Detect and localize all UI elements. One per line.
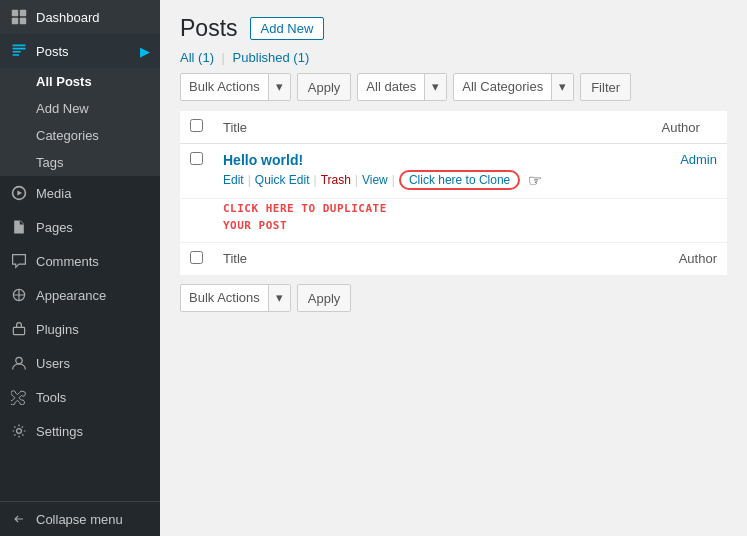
sidebar-item-posts-label: Posts [36,44,69,59]
post-title-link[interactable]: Hello world! [223,152,642,168]
page-title: Posts [180,15,238,42]
filter-button[interactable]: Filter [580,73,631,101]
annotation-text-cell: CLICK HERE TO DUPLICATE YOUR POST [213,199,652,243]
edit-link[interactable]: Edit [223,173,244,187]
dashboard-icon [10,8,28,26]
bulk-actions-top-label: Bulk Actions [181,73,268,101]
sidebar-subitem-all-posts[interactable]: All Posts [0,68,160,95]
sidebar: Dashboard Posts ▶ All Posts Add New Cate… [0,0,160,536]
categories-select[interactable]: All Categories ▾ [453,73,574,101]
dates-select[interactable]: All dates ▾ [357,73,447,101]
dates-label: All dates [358,73,424,101]
main-content: Posts Add New All (1) | Published (1) Bu… [160,0,747,536]
header-title-col: Title [213,111,652,144]
row-checkbox-cell [180,144,213,199]
sidebar-subitem-categories[interactable]: Categories [0,122,160,149]
row-actions: Edit | Quick Edit | Trash | View | Click… [223,170,642,190]
sidebar-item-pages[interactable]: Pages [0,210,160,244]
action-sep-3: | [355,173,358,187]
sidebar-subitem-tags[interactable]: Tags [0,149,160,176]
cursor-hand-icon: ☞ [528,171,542,190]
apply-bottom-button[interactable]: Apply [297,284,352,312]
bulk-actions-bottom-arrow[interactable]: ▾ [268,284,290,312]
tools-icon [10,388,28,406]
annotation-author-cell [652,199,727,243]
all-posts-link[interactable]: All (1) [180,50,218,65]
row-author-cell: Admin [652,144,727,199]
sidebar-item-posts[interactable]: Posts ▶ [0,34,160,68]
footer-checkbox-cell [180,243,213,276]
view-link[interactable]: View [362,173,388,187]
svg-point-9 [17,429,22,434]
quick-edit-link[interactable]: Quick Edit [255,173,310,187]
add-new-button[interactable]: Add New [250,17,325,40]
sidebar-item-pages-label: Pages [36,220,73,235]
collapse-menu-label: Collapse menu [36,512,123,527]
sidebar-item-users[interactable]: Users [0,346,160,380]
published-posts-link[interactable]: Published (1) [233,50,310,65]
action-sep-4: | [392,173,395,187]
users-icon [10,354,28,372]
footer-row-checkbox[interactable] [190,251,203,264]
header-checkbox-col [180,111,213,144]
sidebar-item-plugins[interactable]: Plugins [0,312,160,346]
svg-rect-2 [12,18,18,24]
top-toolbar: Bulk Actions ▾ Apply All dates ▾ All Cat… [180,73,727,101]
footer-title-cell: Title [213,243,652,276]
svg-rect-7 [13,327,24,334]
categories-label: All Categories [454,73,551,101]
collapse-icon [10,510,28,528]
sidebar-item-appearance[interactable]: Appearance [0,278,160,312]
svg-rect-1 [20,10,26,16]
dates-arrow[interactable]: ▾ [424,73,446,101]
sidebar-item-comments[interactable]: Comments [0,244,160,278]
table-row: Hello world! Edit | Quick Edit | Trash |… [180,144,727,199]
sidebar-item-media[interactable]: Media [0,176,160,210]
author-link[interactable]: Admin [680,152,717,167]
sidebar-item-users-label: Users [36,356,70,371]
action-sep-2: | [314,173,317,187]
sidebar-item-tools-label: Tools [36,390,66,405]
categories-arrow[interactable]: ▾ [551,73,573,101]
sidebar-subitem-add-new[interactable]: Add New [0,95,160,122]
sidebar-item-dashboard[interactable]: Dashboard [0,0,160,34]
sidebar-bottom: Collapse menu [0,501,160,536]
sublinks-sep: | [222,50,225,65]
sidebar-submenu-posts: All Posts Add New Categories Tags [0,68,160,176]
select-all-checkbox[interactable] [190,119,203,132]
sidebar-item-settings[interactable]: Settings [0,414,160,448]
annotation-text: CLICK HERE TO DUPLICATE YOUR POST [223,201,642,234]
bulk-actions-bottom-label: Bulk Actions [181,284,268,312]
collapse-menu-item[interactable]: Collapse menu [0,502,160,536]
bulk-actions-top-select[interactable]: Bulk Actions ▾ [180,73,291,101]
clone-button[interactable]: Click here to Clone [399,170,520,190]
plugins-icon [10,320,28,338]
posts-table: Title Author Hello world! Edit | Quic [180,111,727,276]
table-header-row: Title Author [180,111,727,144]
sublinks: All (1) | Published (1) [180,50,727,65]
sidebar-item-media-label: Media [36,186,71,201]
sidebar-item-settings-label: Settings [36,424,83,439]
svg-marker-5 [17,191,22,196]
row-checkbox[interactable] [190,152,203,165]
annotation-checkbox-cell [180,199,213,243]
pages-icon [10,218,28,236]
settings-icon [10,422,28,440]
posts-arrow: ▶ [140,44,150,59]
svg-rect-3 [20,18,26,24]
sidebar-item-comments-label: Comments [36,254,99,269]
action-sep-1: | [248,173,251,187]
bottom-toolbar: Bulk Actions ▾ Apply [180,284,727,312]
header-author-col: Author [652,111,727,144]
footer-author-cell: Author [652,243,727,276]
sidebar-item-tools[interactable]: Tools [0,380,160,414]
appearance-icon [10,286,28,304]
apply-top-button[interactable]: Apply [297,73,352,101]
sidebar-item-dashboard-label: Dashboard [36,10,100,25]
trash-link[interactable]: Trash [321,173,351,187]
page-header: Posts Add New [180,15,727,42]
table-footer-row: Title Author [180,243,727,276]
bulk-actions-bottom-select[interactable]: Bulk Actions ▾ [180,284,291,312]
svg-point-8 [16,357,22,363]
bulk-actions-top-arrow[interactable]: ▾ [268,73,290,101]
